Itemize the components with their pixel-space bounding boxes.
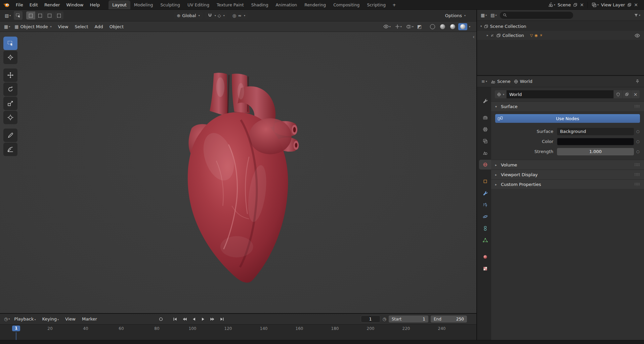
- workspace-tab-scripting[interactable]: Scripting: [363, 0, 390, 9]
- auto-keying-button[interactable]: [157, 316, 165, 323]
- tab-object-data[interactable]: [479, 235, 491, 245]
- object-type-mesh-icon[interactable]: ▽: [530, 34, 533, 37]
- playhead-badge[interactable]: 1: [12, 326, 20, 331]
- disclosure-icon[interactable]: ▸: [487, 34, 488, 37]
- jump-to-end-button[interactable]: [218, 316, 226, 323]
- snapping-controls[interactable]: ▾ ◇ ▾: [205, 12, 227, 19]
- workspace-tab-sculpting[interactable]: Sculpting: [157, 0, 184, 9]
- browse-world-button[interactable]: ▾: [495, 90, 506, 98]
- view-layer-name[interactable]: View Layer: [601, 2, 625, 7]
- pin-id-button[interactable]: [635, 79, 640, 84]
- animate-decorator[interactable]: ○: [634, 149, 642, 154]
- new-world-button[interactable]: [622, 90, 631, 98]
- sidebar-toggle-arrow[interactable]: ‹: [473, 34, 475, 40]
- collection-exclude-checkbox[interactable]: ✓: [490, 33, 495, 38]
- blender-logo[interactable]: [3, 2, 10, 8]
- remove-view-layer-button[interactable]: ×: [634, 2, 638, 7]
- animate-decorator[interactable]: ○: [634, 139, 642, 144]
- scene-name[interactable]: Scene: [558, 2, 571, 7]
- menu-timeline-view[interactable]: View: [62, 315, 78, 323]
- start-frame-field[interactable]: Start 1: [389, 315, 428, 323]
- tab-object[interactable]: [479, 177, 491, 186]
- end-frame-field[interactable]: End 250: [431, 315, 467, 323]
- tab-physics[interactable]: [479, 212, 491, 222]
- object-type-camera-icon[interactable]: ◉: [534, 34, 538, 37]
- world-name-field[interactable]: World: [507, 90, 613, 98]
- select-mode-subtract-button[interactable]: [45, 11, 54, 19]
- browse-scene-button[interactable]: ▾: [548, 2, 556, 8]
- proportional-editing-controls[interactable]: ◎ ≈ ▾: [230, 12, 248, 19]
- tool-annotate[interactable]: [3, 129, 17, 142]
- menu-help[interactable]: Help: [87, 1, 103, 8]
- shading-wireframe-button[interactable]: [428, 23, 437, 30]
- object-type-light-icon[interactable]: ☀: [540, 34, 543, 37]
- menu-add[interactable]: Add: [92, 23, 106, 30]
- workspace-tab-uv-editing[interactable]: UV Editing: [184, 0, 213, 9]
- options-dropdown[interactable]: Options ▾: [442, 12, 468, 19]
- tool-cursor[interactable]: [3, 51, 17, 64]
- strength-slider[interactable]: 1.000: [557, 148, 634, 155]
- custom-properties-panel-header[interactable]: ▸ Custom Properties: [491, 179, 644, 189]
- select-mode-intersect-button[interactable]: [54, 11, 63, 19]
- previous-keyframe-button[interactable]: [180, 316, 188, 323]
- tab-texture[interactable]: [479, 264, 491, 274]
- tab-scene[interactable]: [479, 148, 491, 158]
- workspace-tab-compositing[interactable]: Compositing: [330, 0, 363, 9]
- mode-dropdown[interactable]: ▦ Object Mode ▾: [12, 23, 54, 30]
- animate-decorator[interactable]: ○: [634, 129, 642, 134]
- new-scene-button[interactable]: [572, 2, 578, 8]
- fake-user-button[interactable]: [614, 90, 622, 98]
- unlink-scene-button[interactable]: ×: [580, 2, 584, 7]
- breadcrumb-scene[interactable]: Scene: [491, 79, 511, 84]
- panel-grip-handle[interactable]: [634, 183, 640, 186]
- select-mode-new-button[interactable]: [26, 11, 35, 19]
- shading-material-button[interactable]: [448, 23, 457, 30]
- breadcrumb-world[interactable]: World: [514, 79, 532, 84]
- shading-solid-button[interactable]: [438, 23, 447, 30]
- surface-panel-header[interactable]: ▾ Surface: [491, 101, 644, 111]
- object-visibility-dropdown[interactable]: ▾: [383, 24, 391, 29]
- shading-rendered-button[interactable]: [458, 23, 467, 30]
- volume-panel-header[interactable]: ▸ Volume: [491, 160, 644, 169]
- menu-render[interactable]: Render: [41, 1, 63, 8]
- workspace-tab-shading[interactable]: Shading: [248, 0, 272, 9]
- menu-marker[interactable]: Marker: [79, 315, 100, 323]
- surface-shader-dropdown[interactable]: Background: [557, 128, 634, 135]
- menu-playback[interactable]: Playback▾: [11, 315, 38, 323]
- tool-scale[interactable]: [3, 97, 17, 110]
- active-tool-button[interactable]: [14, 11, 23, 20]
- tool-move[interactable]: [3, 68, 17, 82]
- menu-window[interactable]: Window: [63, 1, 86, 8]
- disclosure-icon[interactable]: ▾: [480, 25, 482, 28]
- select-mode-extend-button[interactable]: [36, 11, 45, 19]
- tab-render[interactable]: [479, 113, 491, 122]
- tool-select-box[interactable]: [3, 37, 17, 50]
- viewport-canvas[interactable]: ‹: [0, 32, 476, 313]
- editor-type-button[interactable]: ▧ ▾: [4, 13, 11, 18]
- panel-grip-handle[interactable]: [634, 105, 640, 108]
- tool-measure[interactable]: [3, 143, 17, 156]
- filter-dropdown[interactable]: ▾: [633, 12, 641, 18]
- outliner-editor-type-button[interactable]: ▦ ▾: [480, 12, 487, 18]
- menu-file[interactable]: File: [13, 1, 26, 8]
- viewport-display-panel-header[interactable]: ▸ Viewport Display: [491, 169, 644, 179]
- jump-to-start-button[interactable]: [171, 316, 179, 323]
- tab-tool[interactable]: [479, 96, 491, 106]
- tab-constraints[interactable]: [479, 224, 491, 233]
- menu-view[interactable]: View: [55, 23, 71, 30]
- world-color-swatch[interactable]: [557, 138, 634, 145]
- properties-editor-type-button[interactable]: ≡ ▾: [481, 79, 488, 84]
- add-view-layer-button[interactable]: [627, 2, 632, 8]
- transform-orientation-dropdown[interactable]: ⊕ Global ▾: [174, 12, 202, 19]
- use-nodes-button[interactable]: Use Nodes: [495, 114, 640, 123]
- tab-modifiers[interactable]: [479, 188, 491, 198]
- workspace-tab-animation[interactable]: Animation: [272, 0, 301, 9]
- panel-grip-handle[interactable]: [634, 173, 640, 176]
- heart-model[interactable]: [179, 71, 306, 286]
- play-reverse-button[interactable]: [190, 316, 198, 323]
- menu-edit[interactable]: Edit: [27, 1, 41, 8]
- tool-transform[interactable]: [3, 111, 17, 124]
- display-mode-dropdown[interactable]: ▤ ▾: [490, 12, 497, 18]
- workspace-tab-layout[interactable]: Layout: [109, 0, 130, 9]
- menu-keying[interactable]: Keying▾: [39, 315, 61, 323]
